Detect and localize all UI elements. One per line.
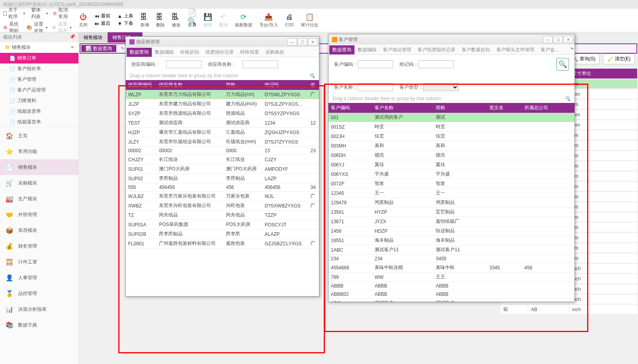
tabs-scroll-right[interactable]: ▸ xyxy=(571,45,574,54)
table-row[interactable]: 55545645645645645634 xyxy=(126,183,319,192)
print-button[interactable]: 🖨打印 xyxy=(285,13,294,28)
table-row[interactable]: 006YXS宇兴盛宇兴盛 xyxy=(328,170,575,179)
edit-button[interactable]: 🗄✎修改 xyxy=(172,13,181,28)
module-item[interactable]: 📄销售模块 xyxy=(0,159,78,175)
table-row[interactable]: 006YJ翼佳翼佳 xyxy=(328,160,575,170)
input-supplier-name[interactable] xyxy=(243,60,278,68)
table-row[interactable]: 4554666美味牛蛙连锁美味牛蛙3345456 xyxy=(328,263,575,273)
table-row[interactable]: XWBZ东莞市兴旺包装有限公司兴旺包装D?SXWBZYXGS广 xyxy=(126,201,319,211)
sidebar-item[interactable]: 📄客户报价单 xyxy=(0,63,78,74)
table-row[interactable]: SUP02李昂制品李昂制品LAZP xyxy=(126,174,319,183)
close-icon[interactable]: ✕ xyxy=(308,38,317,45)
check-icon[interactable] xyxy=(3,11,7,16)
clear-button[interactable]: 🧹 清空(E) xyxy=(603,54,635,64)
table-row[interactable]: 789WW王王 xyxy=(328,273,575,282)
table-row[interactable]: 002JH佳宏佳宏 xyxy=(328,132,575,141)
table-row[interactable]: TEST测试供应商测试供应商123412 xyxy=(126,118,319,128)
menu-winlist[interactable]: 窗体列表 xyxy=(31,7,45,20)
subtab-query[interactable]: 📊 数据查询 xyxy=(81,45,116,52)
table-row[interactable]: 006DH德浩德浩 xyxy=(328,151,575,160)
search-icon[interactable]: 🔍 xyxy=(309,73,315,78)
maximize-icon[interactable]: ☐ xyxy=(298,38,307,45)
sidebar-item[interactable]: 📄纸箱送货单 xyxy=(0,106,78,117)
module-item[interactable]: 📚数据字典 xyxy=(0,317,78,333)
table-row[interactable]: CHJZY长江纸业长江纸业CJZY xyxy=(126,155,319,164)
table-row[interactable]: 1458HDZP恒达制品 xyxy=(328,226,575,236)
minimize-icon[interactable]: — xyxy=(543,36,552,43)
window-tab[interactable]: 价格折扣 xyxy=(177,48,202,57)
window-tab[interactable]: 客户数量折扣 xyxy=(459,45,493,54)
module-item[interactable]: 🤝外协管理 xyxy=(0,207,78,222)
table-row[interactable]: 12345王一王一 xyxy=(328,189,575,198)
sidebar-item[interactable]: 📄刀啤资料 xyxy=(0,95,78,106)
window-tab[interactable]: 客户盒... xyxy=(537,45,562,54)
table-row[interactable]: 007ZF智发智发 xyxy=(328,179,575,189)
export-button[interactable]: 📤导出/导入 xyxy=(259,13,278,28)
window-tab[interactable]: 客户唛头文件管理 xyxy=(493,45,537,54)
module-item[interactable]: 🏠主页 xyxy=(0,128,78,144)
module-item[interactable]: 📦库存模块 xyxy=(0,222,78,238)
search-icon[interactable]: 🔍 xyxy=(565,96,571,101)
select-customer-type[interactable] xyxy=(423,83,459,91)
sidebar-item[interactable]: 📄销售订单 xyxy=(0,53,78,63)
window-tab[interactable]: 客户地址管理 xyxy=(380,45,414,54)
table-row[interactable]: 16551海丰制品海丰制品 xyxy=(328,236,575,245)
window-tab[interactable]: 采购条款 xyxy=(262,48,287,57)
table-row[interactable]: ABBBABBBABBB xyxy=(328,282,575,290)
pin-icon[interactable]: 📌 xyxy=(69,34,75,41)
window-tab[interactable]: 纸质报价记录 xyxy=(202,48,237,57)
table-row[interactable]: 000020000200002323 xyxy=(126,147,319,155)
input-customer-code[interactable] xyxy=(358,60,393,68)
window-tab[interactable]: 数据编辑 xyxy=(152,48,177,57)
window-tab[interactable]: 数据编辑 xyxy=(354,45,380,54)
table-row[interactable]: SUP02B昂李昂制品昂李昂ALAZP xyxy=(126,230,319,239)
sidebar-item[interactable]: 📄客户产品管理 xyxy=(0,85,78,95)
menu-about[interactable]: 关于程序 xyxy=(8,7,22,20)
window-tab[interactable]: 特殊纸度 xyxy=(237,48,262,57)
nav-next[interactable]: ▼下条 xyxy=(118,20,133,27)
table-row[interactable]: SUP01澳门PO大药房澳门PO大药房AMPODYF xyxy=(126,164,319,174)
menu-cancel[interactable]: 取消常用 xyxy=(58,7,72,20)
table-row[interactable]: ABC测试客户测试客户 xyxy=(328,299,575,302)
module-item[interactable]: ⭐常用功能 xyxy=(0,144,78,159)
table-row[interactable]: WLZP东莞市万力纸品有限公司万力纸品(cm)D?SWLZPYXGS广 xyxy=(126,90,319,99)
table-row[interactable]: 13581HYZP宏艺制品 xyxy=(328,207,575,217)
module-item[interactable]: 🏅品控管理 xyxy=(0,286,78,301)
table-row[interactable]: WJLBZ东莞市万家乐包装有限公司万家乐包装WJL广 xyxy=(126,192,319,201)
add-button[interactable]: 🗄+新增 xyxy=(140,13,149,28)
undo-button[interactable]: ↶取消 xyxy=(219,13,228,28)
module-item[interactable]: 🛒采购模块 xyxy=(0,175,78,191)
minimize-icon[interactable]: — xyxy=(287,38,297,45)
save-button[interactable]: 💾保存 xyxy=(203,13,212,28)
table-row[interactable]: SUP01APOS草药集团POS大药房POSCYJT xyxy=(126,220,319,230)
sidebar-section[interactable]: 📁 销售模块« xyxy=(0,42,78,53)
table-row[interactable]: 1ABC测试客户11测试客户11 xyxy=(328,245,575,255)
table-row[interactable]: SYZP东莞市胜源纸品有限公司胜源纸品D?SSYZPYXGS xyxy=(126,109,319,118)
refresh-button[interactable]: ⟳刷新数据 xyxy=(235,13,252,28)
module-item[interactable]: 🧮计件工资 xyxy=(0,254,78,270)
module-item[interactable]: 💰财务管理 xyxy=(0,238,78,254)
table-row[interactable]: ABBB02ABBBABBB xyxy=(328,290,575,299)
table-row[interactable]: 001测试用的客户测试 xyxy=(328,113,575,122)
table-row[interactable]: TZ同舟纸品同舟纸品TZZP xyxy=(126,211,319,220)
table-row[interactable]: 129479鸿英制品鸿英制品 xyxy=(328,198,575,207)
nav-last[interactable]: ⏭最后 xyxy=(95,20,110,27)
input-supplier-code[interactable] xyxy=(166,60,201,68)
search-icon[interactable]: 🔍 xyxy=(556,58,569,71)
maximize-icon[interactable]: ☐ xyxy=(553,36,563,43)
input-customer-name[interactable] xyxy=(358,83,393,91)
table-row[interactable]: 003MH美和美和 xyxy=(328,141,575,151)
close-button[interactable]: ⏻关闭 xyxy=(79,13,88,28)
sidebar-item[interactable]: 📄纸箱退货单 xyxy=(0,117,78,127)
module-item[interactable]: 🏭生产模块 xyxy=(0,191,78,207)
table-row[interactable]: 2342343455 xyxy=(328,255,575,263)
window-tab[interactable]: 数据查询 xyxy=(329,45,354,54)
table-row[interactable]: HJZP肇庆市汇嘉纸品有限公司汇嘉纸品ZQSHJZPYXGS xyxy=(126,128,319,137)
input-mnemonic[interactable] xyxy=(418,60,454,68)
table-row[interactable]: JLZP东莞市建力纸品有限公司建力纸品(inch)D?SJLZPYXGS... xyxy=(126,99,319,109)
nav-prev[interactable]: ▲上条 xyxy=(118,13,133,19)
close-icon[interactable]: ✕ xyxy=(563,36,573,43)
nav-first[interactable]: ⏮最前 xyxy=(95,13,110,19)
module-item[interactable]: 📊决策分析报表 xyxy=(0,301,78,317)
tab-sales-module[interactable]: 销售模块 xyxy=(79,32,108,43)
